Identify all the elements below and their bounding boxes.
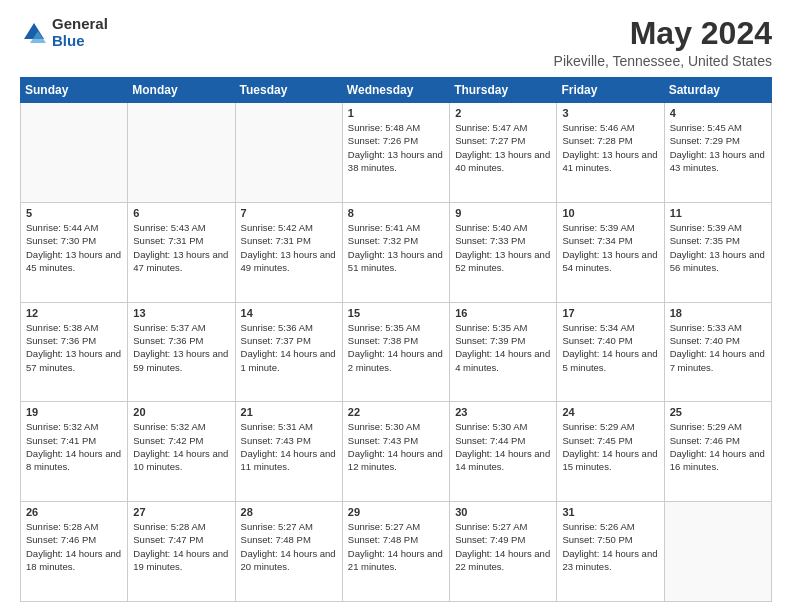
day-info: Sunrise: 5:29 AM Sunset: 7:45 PM Dayligh… xyxy=(562,420,658,473)
day-number: 18 xyxy=(670,307,766,319)
day-info: Sunrise: 5:46 AM Sunset: 7:28 PM Dayligh… xyxy=(562,121,658,174)
location: Pikeville, Tennessee, United States xyxy=(554,53,772,69)
calendar-cell xyxy=(21,103,128,203)
day-info: Sunrise: 5:41 AM Sunset: 7:32 PM Dayligh… xyxy=(348,221,444,274)
day-number: 22 xyxy=(348,406,444,418)
day-info: Sunrise: 5:27 AM Sunset: 7:48 PM Dayligh… xyxy=(348,520,444,573)
calendar-cell: 17Sunrise: 5:34 AM Sunset: 7:40 PM Dayli… xyxy=(557,302,664,402)
calendar-table: SundayMondayTuesdayWednesdayThursdayFrid… xyxy=(20,77,772,602)
day-number: 6 xyxy=(133,207,229,219)
day-number: 27 xyxy=(133,506,229,518)
calendar-cell xyxy=(128,103,235,203)
calendar-cell: 9Sunrise: 5:40 AM Sunset: 7:33 PM Daylig… xyxy=(450,202,557,302)
title-block: May 2024 Pikeville, Tennessee, United St… xyxy=(554,16,772,69)
day-info: Sunrise: 5:33 AM Sunset: 7:40 PM Dayligh… xyxy=(670,321,766,374)
calendar-week-2: 5Sunrise: 5:44 AM Sunset: 7:30 PM Daylig… xyxy=(21,202,772,302)
day-info: Sunrise: 5:28 AM Sunset: 7:46 PM Dayligh… xyxy=(26,520,122,573)
day-number: 4 xyxy=(670,107,766,119)
day-info: Sunrise: 5:40 AM Sunset: 7:33 PM Dayligh… xyxy=(455,221,551,274)
day-number: 8 xyxy=(348,207,444,219)
day-info: Sunrise: 5:26 AM Sunset: 7:50 PM Dayligh… xyxy=(562,520,658,573)
calendar-cell: 25Sunrise: 5:29 AM Sunset: 7:46 PM Dayli… xyxy=(664,402,771,502)
day-number: 28 xyxy=(241,506,337,518)
day-number: 2 xyxy=(455,107,551,119)
day-info: Sunrise: 5:31 AM Sunset: 7:43 PM Dayligh… xyxy=(241,420,337,473)
calendar-header-row: SundayMondayTuesdayWednesdayThursdayFrid… xyxy=(21,78,772,103)
logo-blue-text: Blue xyxy=(52,32,85,49)
calendar-cell: 5Sunrise: 5:44 AM Sunset: 7:30 PM Daylig… xyxy=(21,202,128,302)
day-number: 17 xyxy=(562,307,658,319)
calendar-cell: 22Sunrise: 5:30 AM Sunset: 7:43 PM Dayli… xyxy=(342,402,449,502)
col-header-monday: Monday xyxy=(128,78,235,103)
day-number: 5 xyxy=(26,207,122,219)
day-info: Sunrise: 5:27 AM Sunset: 7:49 PM Dayligh… xyxy=(455,520,551,573)
logo-general: General xyxy=(52,15,108,32)
col-header-saturday: Saturday xyxy=(664,78,771,103)
header: General Blue May 2024 Pikeville, Tenness… xyxy=(20,16,772,69)
col-header-friday: Friday xyxy=(557,78,664,103)
calendar-cell: 10Sunrise: 5:39 AM Sunset: 7:34 PM Dayli… xyxy=(557,202,664,302)
calendar-cell xyxy=(664,502,771,602)
calendar-cell: 27Sunrise: 5:28 AM Sunset: 7:47 PM Dayli… xyxy=(128,502,235,602)
day-number: 20 xyxy=(133,406,229,418)
calendar-cell: 3Sunrise: 5:46 AM Sunset: 7:28 PM Daylig… xyxy=(557,103,664,203)
logo-icon xyxy=(20,19,48,47)
calendar-cell: 30Sunrise: 5:27 AM Sunset: 7:49 PM Dayli… xyxy=(450,502,557,602)
col-header-tuesday: Tuesday xyxy=(235,78,342,103)
day-number: 29 xyxy=(348,506,444,518)
day-number: 21 xyxy=(241,406,337,418)
calendar-week-1: 1Sunrise: 5:48 AM Sunset: 7:26 PM Daylig… xyxy=(21,103,772,203)
day-number: 31 xyxy=(562,506,658,518)
day-info: Sunrise: 5:39 AM Sunset: 7:35 PM Dayligh… xyxy=(670,221,766,274)
calendar-cell: 15Sunrise: 5:35 AM Sunset: 7:38 PM Dayli… xyxy=(342,302,449,402)
calendar-cell: 11Sunrise: 5:39 AM Sunset: 7:35 PM Dayli… xyxy=(664,202,771,302)
day-number: 16 xyxy=(455,307,551,319)
day-info: Sunrise: 5:35 AM Sunset: 7:38 PM Dayligh… xyxy=(348,321,444,374)
day-number: 12 xyxy=(26,307,122,319)
logo-text: General Blue xyxy=(52,16,108,49)
calendar-cell: 24Sunrise: 5:29 AM Sunset: 7:45 PM Dayli… xyxy=(557,402,664,502)
calendar-cell: 31Sunrise: 5:26 AM Sunset: 7:50 PM Dayli… xyxy=(557,502,664,602)
day-info: Sunrise: 5:39 AM Sunset: 7:34 PM Dayligh… xyxy=(562,221,658,274)
day-number: 26 xyxy=(26,506,122,518)
logo: General Blue xyxy=(20,16,108,49)
calendar-cell: 14Sunrise: 5:36 AM Sunset: 7:37 PM Dayli… xyxy=(235,302,342,402)
day-number: 1 xyxy=(348,107,444,119)
calendar-cell: 26Sunrise: 5:28 AM Sunset: 7:46 PM Dayli… xyxy=(21,502,128,602)
calendar-week-4: 19Sunrise: 5:32 AM Sunset: 7:41 PM Dayli… xyxy=(21,402,772,502)
day-number: 13 xyxy=(133,307,229,319)
day-info: Sunrise: 5:38 AM Sunset: 7:36 PM Dayligh… xyxy=(26,321,122,374)
calendar-cell: 21Sunrise: 5:31 AM Sunset: 7:43 PM Dayli… xyxy=(235,402,342,502)
day-info: Sunrise: 5:30 AM Sunset: 7:43 PM Dayligh… xyxy=(348,420,444,473)
day-number: 9 xyxy=(455,207,551,219)
day-number: 14 xyxy=(241,307,337,319)
day-info: Sunrise: 5:35 AM Sunset: 7:39 PM Dayligh… xyxy=(455,321,551,374)
day-number: 7 xyxy=(241,207,337,219)
day-number: 10 xyxy=(562,207,658,219)
calendar-cell: 4Sunrise: 5:45 AM Sunset: 7:29 PM Daylig… xyxy=(664,103,771,203)
calendar-cell: 18Sunrise: 5:33 AM Sunset: 7:40 PM Dayli… xyxy=(664,302,771,402)
day-info: Sunrise: 5:36 AM Sunset: 7:37 PM Dayligh… xyxy=(241,321,337,374)
calendar-cell: 13Sunrise: 5:37 AM Sunset: 7:36 PM Dayli… xyxy=(128,302,235,402)
day-number: 15 xyxy=(348,307,444,319)
day-info: Sunrise: 5:30 AM Sunset: 7:44 PM Dayligh… xyxy=(455,420,551,473)
day-info: Sunrise: 5:34 AM Sunset: 7:40 PM Dayligh… xyxy=(562,321,658,374)
day-number: 3 xyxy=(562,107,658,119)
calendar-cell: 20Sunrise: 5:32 AM Sunset: 7:42 PM Dayli… xyxy=(128,402,235,502)
col-header-thursday: Thursday xyxy=(450,78,557,103)
calendar-cell: 1Sunrise: 5:48 AM Sunset: 7:26 PM Daylig… xyxy=(342,103,449,203)
day-info: Sunrise: 5:42 AM Sunset: 7:31 PM Dayligh… xyxy=(241,221,337,274)
day-number: 19 xyxy=(26,406,122,418)
calendar-week-3: 12Sunrise: 5:38 AM Sunset: 7:36 PM Dayli… xyxy=(21,302,772,402)
col-header-wednesday: Wednesday xyxy=(342,78,449,103)
day-number: 24 xyxy=(562,406,658,418)
day-info: Sunrise: 5:27 AM Sunset: 7:48 PM Dayligh… xyxy=(241,520,337,573)
day-info: Sunrise: 5:47 AM Sunset: 7:27 PM Dayligh… xyxy=(455,121,551,174)
day-info: Sunrise: 5:45 AM Sunset: 7:29 PM Dayligh… xyxy=(670,121,766,174)
day-info: Sunrise: 5:28 AM Sunset: 7:47 PM Dayligh… xyxy=(133,520,229,573)
calendar-cell: 8Sunrise: 5:41 AM Sunset: 7:32 PM Daylig… xyxy=(342,202,449,302)
day-number: 30 xyxy=(455,506,551,518)
calendar-cell: 16Sunrise: 5:35 AM Sunset: 7:39 PM Dayli… xyxy=(450,302,557,402)
day-info: Sunrise: 5:43 AM Sunset: 7:31 PM Dayligh… xyxy=(133,221,229,274)
day-info: Sunrise: 5:37 AM Sunset: 7:36 PM Dayligh… xyxy=(133,321,229,374)
